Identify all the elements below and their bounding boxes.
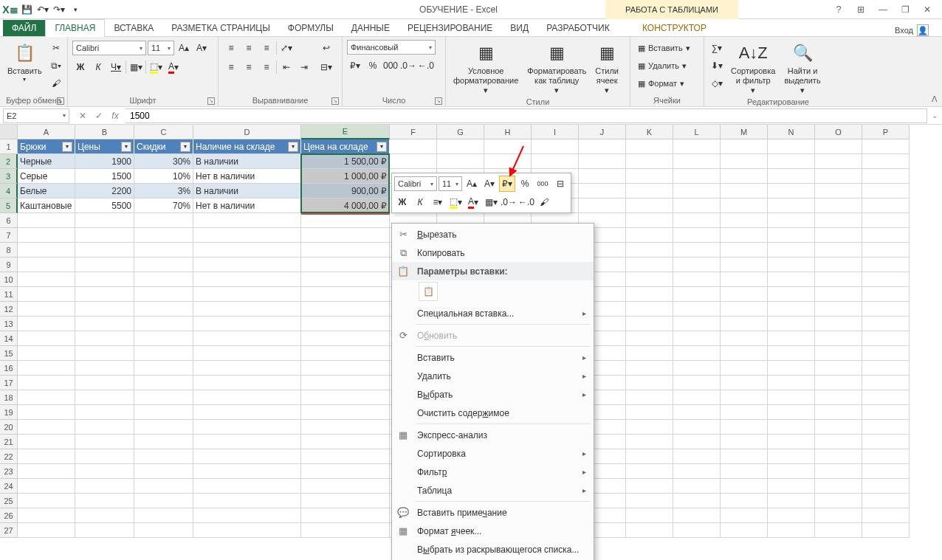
col-header-D[interactable]: D <box>193 125 301 139</box>
font-name-combo[interactable]: Calibri▾ <box>72 41 146 55</box>
ctx-paste-default[interactable]: 📋 <box>419 282 438 301</box>
row-header-3[interactable]: 3 <box>0 169 18 184</box>
cell-O9[interactable] <box>815 257 862 272</box>
ribbon-options-icon[interactable]: ⊞ <box>853 2 868 17</box>
cell-M23[interactable] <box>721 464 768 479</box>
cell-O21[interactable] <box>815 435 862 449</box>
col-header-O[interactable]: O <box>815 125 862 139</box>
tab-developer[interactable]: РАЗРАБОТЧИК <box>537 20 619 36</box>
cell-C13[interactable] <box>134 317 193 331</box>
cell-E4[interactable]: 900,00 ₽ <box>301 184 390 198</box>
cell-D7[interactable] <box>193 228 301 243</box>
cell-M27[interactable] <box>721 523 768 538</box>
cell-D18[interactable] <box>193 390 301 405</box>
cell-L21[interactable] <box>673 435 721 449</box>
col-header-K[interactable]: K <box>626 125 673 139</box>
ctx-cut[interactable]: ✂Вырезать <box>392 225 594 243</box>
cell-P23[interactable] <box>862 464 910 479</box>
col-header-H[interactable]: H <box>484 125 532 139</box>
cell-N26[interactable] <box>768 508 815 523</box>
cell-K14[interactable] <box>626 331 673 346</box>
cell-A9[interactable] <box>18 257 75 272</box>
cell-B3[interactable]: 1500 <box>75 169 134 184</box>
col-header-A[interactable]: A <box>18 125 75 139</box>
cell-O3[interactable] <box>815 169 862 184</box>
cell-C2[interactable]: 30% <box>134 154 193 169</box>
cell-D10[interactable] <box>193 272 301 287</box>
col-header-M[interactable]: M <box>721 125 768 139</box>
cell-C9[interactable] <box>134 257 193 272</box>
cell-P12[interactable] <box>862 302 910 317</box>
cell-K22[interactable] <box>626 449 673 464</box>
cell-B19[interactable] <box>75 405 134 420</box>
cell-P9[interactable] <box>862 257 910 272</box>
fill-color-icon[interactable]: ⬚▾ <box>148 59 164 75</box>
cell-P6[interactable] <box>862 213 910 228</box>
cell-P7[interactable] <box>862 228 910 243</box>
cell-E17[interactable] <box>301 376 390 390</box>
restore-icon[interactable]: ❐ <box>898 2 912 17</box>
cell-B24[interactable] <box>75 479 134 494</box>
col-header-B[interactable]: B <box>75 125 134 139</box>
cell-J4[interactable] <box>579 184 626 198</box>
cell-C24[interactable] <box>134 479 193 494</box>
cell-B4[interactable]: 2200 <box>75 184 134 198</box>
cell-M25[interactable] <box>721 494 768 508</box>
row-header-16[interactable]: 16 <box>0 361 18 376</box>
mini-decrease-font-icon[interactable]: A▾ <box>481 176 498 192</box>
cell-G1[interactable] <box>437 139 484 154</box>
cell-B2[interactable]: 1900 <box>75 154 134 169</box>
accounting-format-icon[interactable]: ₽▾ <box>347 58 363 74</box>
save-icon[interactable]: 💾 <box>19 2 34 17</box>
tab-file[interactable]: ФАЙЛ <box>3 20 45 36</box>
cell-P18[interactable] <box>862 390 910 405</box>
cell-A1[interactable]: Брюки▾ <box>18 139 75 154</box>
cell-A13[interactable] <box>18 317 75 331</box>
cell-K23[interactable] <box>626 464 673 479</box>
cell-O19[interactable] <box>815 405 862 420</box>
ctx-select[interactable]: Выбрать▸ <box>392 385 594 404</box>
cell-D12[interactable] <box>193 302 301 317</box>
cell-O26[interactable] <box>815 508 862 523</box>
cell-P19[interactable] <box>862 405 910 420</box>
cell-P10[interactable] <box>862 272 910 287</box>
cell-D24[interactable] <box>193 479 301 494</box>
cell-A4[interactable]: Белые <box>18 184 75 198</box>
cell-B22[interactable] <box>75 449 134 464</box>
cell-P2[interactable] <box>862 154 910 169</box>
filter-button-col-E[interactable]: ▾ <box>377 142 387 152</box>
cell-N4[interactable] <box>768 184 815 198</box>
mini-bold-button[interactable]: Ж <box>394 194 410 210</box>
cell-K11[interactable] <box>626 287 673 302</box>
ctx-sort[interactable]: Сортировка▸ <box>392 444 594 463</box>
cell-E16[interactable] <box>301 361 390 376</box>
cell-A10[interactable] <box>18 272 75 287</box>
cell-I1[interactable] <box>532 139 579 154</box>
filter-button-col-D[interactable]: ▾ <box>288 142 298 152</box>
col-header-L[interactable]: L <box>673 125 721 139</box>
mini-format-painter-icon[interactable]: 🖌 <box>536 194 552 210</box>
row-header-12[interactable]: 12 <box>0 302 18 317</box>
increase-font-icon[interactable]: A▴ <box>176 40 192 56</box>
increase-indent-icon[interactable]: ⇥ <box>296 59 312 75</box>
cell-I2[interactable] <box>532 154 579 169</box>
cell-L7[interactable] <box>673 228 721 243</box>
number-format-combo[interactable]: Финансовый▾ <box>347 40 436 55</box>
cell-B13[interactable] <box>75 317 134 331</box>
row-header-26[interactable]: 26 <box>0 508 18 523</box>
tab-view[interactable]: ВИД <box>501 20 537 36</box>
cell-O6[interactable] <box>815 213 862 228</box>
cell-M15[interactable] <box>721 346 768 361</box>
cell-K2[interactable] <box>626 154 673 169</box>
cell-L10[interactable] <box>673 272 721 287</box>
borders-icon[interactable]: ▦▾ <box>128 59 144 75</box>
alignment-launcher[interactable]: ↘ <box>331 97 339 105</box>
cell-O13[interactable] <box>815 317 862 331</box>
comma-format-icon[interactable]: 000 <box>382 58 399 74</box>
cell-C8[interactable] <box>134 243 193 257</box>
col-header-C[interactable]: C <box>134 125 193 139</box>
cell-O20[interactable] <box>815 420 862 435</box>
cell-D6[interactable] <box>193 213 301 228</box>
close-icon[interactable]: ✕ <box>920 2 935 17</box>
row-header-27[interactable]: 27 <box>0 523 18 538</box>
